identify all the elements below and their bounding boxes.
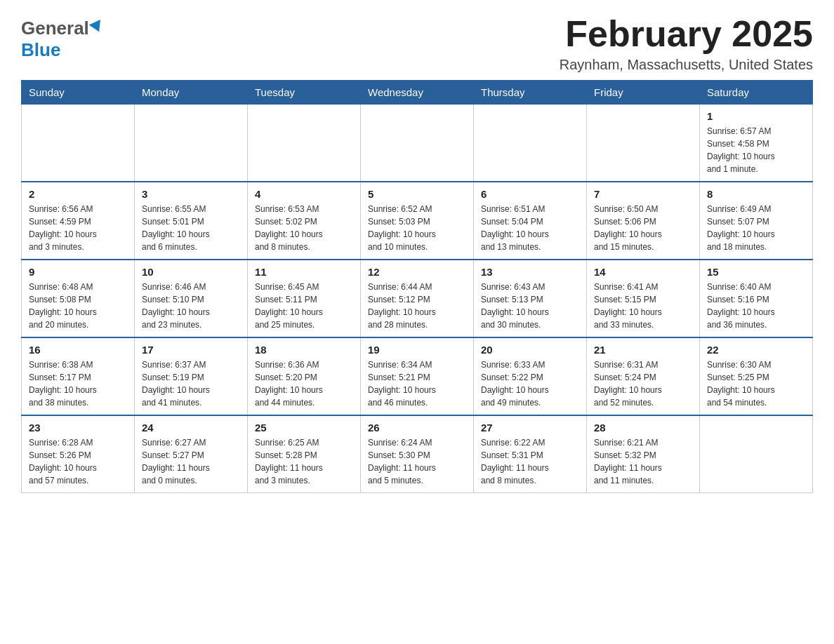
table-row — [474, 105, 587, 182]
day-number: 4 — [255, 188, 353, 200]
day-number: 20 — [481, 344, 579, 356]
table-row: 14Sunrise: 6:41 AM Sunset: 5:15 PM Dayli… — [587, 260, 700, 337]
day-number: 3 — [142, 188, 240, 200]
day-number: 25 — [255, 422, 353, 434]
day-info: Sunrise: 6:48 AM Sunset: 5:08 PM Dayligh… — [29, 281, 127, 331]
title-section: February 2025 Raynham, Massachusetts, Un… — [560, 14, 813, 73]
table-row: 28Sunrise: 6:21 AM Sunset: 5:32 PM Dayli… — [587, 415, 700, 493]
day-info: Sunrise: 6:28 AM Sunset: 5:26 PM Dayligh… — [29, 436, 127, 487]
table-row — [135, 105, 248, 182]
table-row: 9Sunrise: 6:48 AM Sunset: 5:08 PM Daylig… — [22, 260, 135, 337]
day-info: Sunrise: 6:46 AM Sunset: 5:10 PM Dayligh… — [142, 281, 240, 331]
day-number: 13 — [481, 266, 579, 278]
table-row: 27Sunrise: 6:22 AM Sunset: 5:31 PM Dayli… — [474, 415, 587, 493]
day-info: Sunrise: 6:49 AM Sunset: 5:07 PM Dayligh… — [707, 203, 805, 253]
table-row: 15Sunrise: 6:40 AM Sunset: 5:16 PM Dayli… — [700, 260, 813, 337]
day-info: Sunrise: 6:55 AM Sunset: 5:01 PM Dayligh… — [142, 203, 240, 253]
table-row: 4Sunrise: 6:53 AM Sunset: 5:02 PM Daylig… — [248, 182, 361, 260]
day-info: Sunrise: 6:57 AM Sunset: 4:58 PM Dayligh… — [707, 125, 805, 175]
table-row: 19Sunrise: 6:34 AM Sunset: 5:21 PM Dayli… — [361, 337, 474, 415]
col-saturday: Saturday — [700, 81, 813, 105]
table-row: 26Sunrise: 6:24 AM Sunset: 5:30 PM Dayli… — [361, 415, 474, 493]
table-row: 1Sunrise: 6:57 AM Sunset: 4:58 PM Daylig… — [700, 105, 813, 182]
col-thursday: Thursday — [474, 81, 587, 105]
day-info: Sunrise: 6:33 AM Sunset: 5:22 PM Dayligh… — [481, 358, 579, 409]
col-monday: Monday — [135, 81, 248, 105]
table-row: 5Sunrise: 6:52 AM Sunset: 5:03 PM Daylig… — [361, 182, 474, 260]
day-number: 12 — [368, 266, 466, 278]
day-number: 24 — [142, 422, 240, 434]
table-row: 6Sunrise: 6:51 AM Sunset: 5:04 PM Daylig… — [474, 182, 587, 260]
table-row: 3Sunrise: 6:55 AM Sunset: 5:01 PM Daylig… — [135, 182, 248, 260]
day-number: 5 — [368, 188, 466, 200]
day-number: 14 — [594, 266, 692, 278]
day-number: 17 — [142, 344, 240, 356]
day-number: 19 — [368, 344, 466, 356]
day-info: Sunrise: 6:25 AM Sunset: 5:28 PM Dayligh… — [255, 436, 353, 487]
day-info: Sunrise: 6:52 AM Sunset: 5:03 PM Dayligh… — [368, 203, 466, 253]
day-number: 16 — [29, 344, 127, 356]
day-number: 6 — [481, 188, 579, 200]
table-row: 8Sunrise: 6:49 AM Sunset: 5:07 PM Daylig… — [700, 182, 813, 260]
calendar-header-row: Sunday Monday Tuesday Wednesday Thursday… — [22, 81, 813, 105]
col-tuesday: Tuesday — [248, 81, 361, 105]
location-title: Raynham, Massachusetts, United States — [560, 57, 813, 73]
day-info: Sunrise: 6:27 AM Sunset: 5:27 PM Dayligh… — [142, 436, 240, 487]
day-number: 18 — [255, 344, 353, 356]
calendar-week-row: 23Sunrise: 6:28 AM Sunset: 5:26 PM Dayli… — [22, 415, 813, 493]
logo-triangle-icon — [89, 20, 105, 34]
col-friday: Friday — [587, 81, 700, 105]
day-number: 28 — [594, 422, 692, 434]
logo-blue-text: Blue — [21, 39, 60, 61]
day-number: 21 — [594, 344, 692, 356]
table-row — [700, 415, 813, 493]
table-row: 13Sunrise: 6:43 AM Sunset: 5:13 PM Dayli… — [474, 260, 587, 337]
table-row — [361, 105, 474, 182]
day-number: 23 — [29, 422, 127, 434]
day-info: Sunrise: 6:43 AM Sunset: 5:13 PM Dayligh… — [481, 281, 579, 331]
day-info: Sunrise: 6:30 AM Sunset: 5:25 PM Dayligh… — [707, 358, 805, 409]
day-info: Sunrise: 6:22 AM Sunset: 5:31 PM Dayligh… — [481, 436, 579, 487]
day-number: 27 — [481, 422, 579, 434]
table-row: 18Sunrise: 6:36 AM Sunset: 5:20 PM Dayli… — [248, 337, 361, 415]
calendar-week-row: 9Sunrise: 6:48 AM Sunset: 5:08 PM Daylig… — [22, 260, 813, 337]
day-info: Sunrise: 6:21 AM Sunset: 5:32 PM Dayligh… — [594, 436, 692, 487]
page-header: General Blue February 2025 Raynham, Mass… — [21, 14, 813, 73]
day-info: Sunrise: 6:45 AM Sunset: 5:11 PM Dayligh… — [255, 281, 353, 331]
col-sunday: Sunday — [22, 81, 135, 105]
logo: General Blue — [21, 14, 103, 61]
col-wednesday: Wednesday — [361, 81, 474, 105]
table-row: 16Sunrise: 6:38 AM Sunset: 5:17 PM Dayli… — [22, 337, 135, 415]
day-info: Sunrise: 6:38 AM Sunset: 5:17 PM Dayligh… — [29, 358, 127, 409]
logo-general-text: General — [21, 18, 89, 39]
table-row: 17Sunrise: 6:37 AM Sunset: 5:19 PM Dayli… — [135, 337, 248, 415]
table-row — [248, 105, 361, 182]
day-info: Sunrise: 6:37 AM Sunset: 5:19 PM Dayligh… — [142, 358, 240, 409]
day-number: 11 — [255, 266, 353, 278]
table-row: 20Sunrise: 6:33 AM Sunset: 5:22 PM Dayli… — [474, 337, 587, 415]
table-row: 25Sunrise: 6:25 AM Sunset: 5:28 PM Dayli… — [248, 415, 361, 493]
calendar-week-row: 1Sunrise: 6:57 AM Sunset: 4:58 PM Daylig… — [22, 105, 813, 182]
table-row: 22Sunrise: 6:30 AM Sunset: 5:25 PM Dayli… — [700, 337, 813, 415]
month-title: February 2025 — [560, 14, 813, 54]
day-number: 22 — [707, 344, 805, 356]
table-row: 7Sunrise: 6:50 AM Sunset: 5:06 PM Daylig… — [587, 182, 700, 260]
table-row: 24Sunrise: 6:27 AM Sunset: 5:27 PM Dayli… — [135, 415, 248, 493]
calendar-week-row: 2Sunrise: 6:56 AM Sunset: 4:59 PM Daylig… — [22, 182, 813, 260]
day-number: 8 — [707, 188, 805, 200]
day-number: 1 — [707, 110, 805, 122]
day-info: Sunrise: 6:51 AM Sunset: 5:04 PM Dayligh… — [481, 203, 579, 253]
day-number: 15 — [707, 266, 805, 278]
table-row — [587, 105, 700, 182]
day-info: Sunrise: 6:34 AM Sunset: 5:21 PM Dayligh… — [368, 358, 466, 409]
day-number: 2 — [29, 188, 127, 200]
day-info: Sunrise: 6:41 AM Sunset: 5:15 PM Dayligh… — [594, 281, 692, 331]
day-number: 7 — [594, 188, 692, 200]
table-row: 11Sunrise: 6:45 AM Sunset: 5:11 PM Dayli… — [248, 260, 361, 337]
table-row: 23Sunrise: 6:28 AM Sunset: 5:26 PM Dayli… — [22, 415, 135, 493]
table-row: 2Sunrise: 6:56 AM Sunset: 4:59 PM Daylig… — [22, 182, 135, 260]
day-info: Sunrise: 6:56 AM Sunset: 4:59 PM Dayligh… — [29, 203, 127, 253]
day-info: Sunrise: 6:31 AM Sunset: 5:24 PM Dayligh… — [594, 358, 692, 409]
table-row: 10Sunrise: 6:46 AM Sunset: 5:10 PM Dayli… — [135, 260, 248, 337]
day-info: Sunrise: 6:36 AM Sunset: 5:20 PM Dayligh… — [255, 358, 353, 409]
